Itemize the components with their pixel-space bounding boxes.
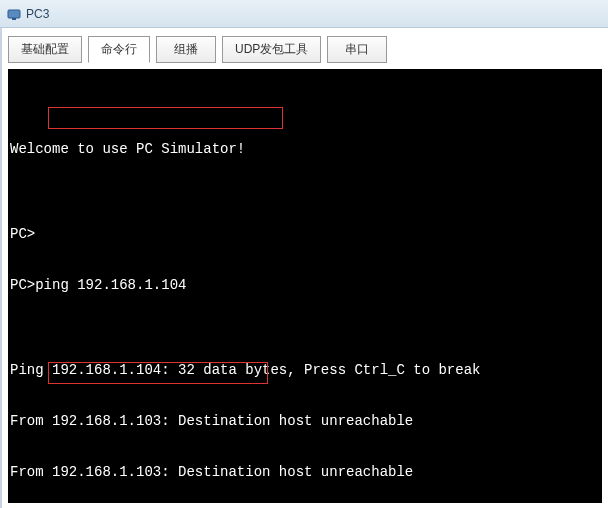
- terminal-line: PC>ping 192.168.1.104: [10, 277, 600, 294]
- content-area: 基础配置 命令行 组播 UDP发包工具 串口 Welcome to use PC…: [0, 28, 608, 508]
- app-icon: [6, 6, 22, 22]
- app-window: PC3 基础配置 命令行 组播 UDP发包工具 串口 Welcome to us…: [0, 0, 608, 508]
- terminal-line: From 192.168.1.103: Destination host unr…: [10, 413, 600, 430]
- tab-command-line[interactable]: 命令行: [88, 36, 150, 63]
- tab-basic-config[interactable]: 基础配置: [8, 36, 82, 63]
- tab-label: 基础配置: [21, 42, 69, 56]
- terminal-line: From 192.168.1.103: Destination host unr…: [10, 464, 600, 481]
- titlebar[interactable]: PC3: [0, 0, 608, 28]
- svg-rect-0: [8, 10, 20, 18]
- tab-udp-tool[interactable]: UDP发包工具: [222, 36, 321, 63]
- tab-label: UDP发包工具: [235, 42, 308, 56]
- tab-label: 串口: [345, 42, 369, 56]
- terminal-line: PC>: [10, 226, 600, 243]
- terminal-output[interactable]: Welcome to use PC Simulator! PC> PC>ping…: [8, 69, 602, 503]
- tab-serial[interactable]: 串口: [327, 36, 387, 63]
- svg-rect-1: [12, 18, 16, 20]
- tab-multicast[interactable]: 组播: [156, 36, 216, 63]
- tab-label: 组播: [174, 42, 198, 56]
- tab-label: 命令行: [101, 42, 137, 56]
- terminal-line: Ping 192.168.1.104: 32 data bytes, Press…: [10, 362, 600, 379]
- tab-bar: 基础配置 命令行 组播 UDP发包工具 串口: [8, 36, 602, 69]
- highlight-box-1: [48, 107, 283, 129]
- window-title: PC3: [26, 7, 49, 21]
- terminal-line: Welcome to use PC Simulator!: [10, 141, 600, 158]
